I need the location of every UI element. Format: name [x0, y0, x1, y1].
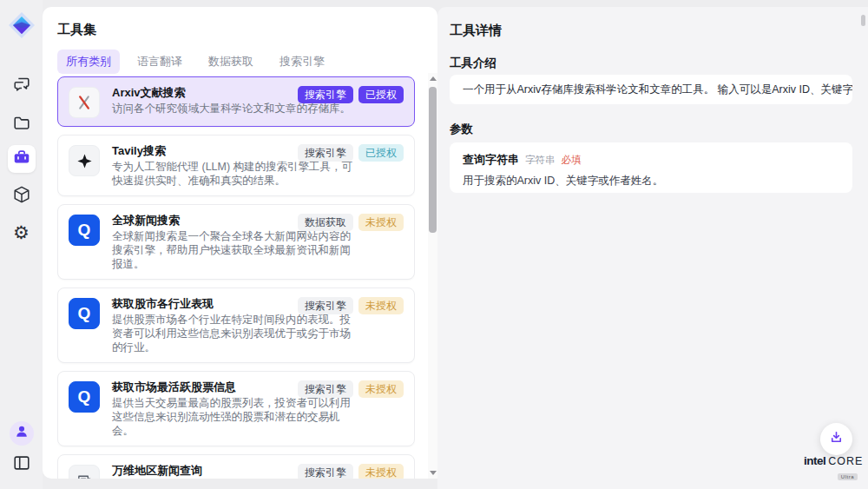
q-blue-icon: Q — [69, 298, 100, 329]
news-icon — [69, 465, 100, 479]
status-badge: 未授权 — [358, 380, 404, 398]
download-icon — [829, 430, 844, 448]
tool-description: 访问各个研究领域大量科学论文和文章的存储库。 — [112, 102, 351, 116]
tool-card[interactable]: Q全球新闻搜索全球新闻搜索是一个聚合全球各大新闻网站内容的搜索引擎，帮助用户快速… — [57, 204, 415, 280]
panel-toggle-icon[interactable] — [11, 453, 32, 473]
category-badge: 搜索引擎 — [298, 380, 353, 398]
tool-description: 提供当天交易量最高的股票列表，投资者可以利用这些信息来识别流动性强的股票和潜在的… — [112, 396, 355, 438]
intel-core-logo: intelCORE Ultra — [804, 453, 858, 481]
toolset-panel: 工具集 所有类别语言翻译数据获取搜索引擎 Arxiv文献搜索访问各个研究领域大量… — [43, 7, 437, 479]
cube-icon[interactable] — [11, 184, 32, 205]
intro-text: 一个用于从Arxiv存储库搜索科学论文和文章的工具。 输入可以是Arxiv ID… — [463, 83, 852, 97]
tool-details-panel: 工具详情 工具介绍 一个用于从Arxiv存储库搜索科学论文和文章的工具。 输入可… — [437, 7, 868, 489]
core-wordmark: CORE — [828, 455, 863, 467]
chat-icon[interactable] — [11, 74, 32, 95]
category-badge: 数据获取 — [298, 214, 353, 231]
tab-所有类别[interactable]: 所有类别 — [57, 50, 120, 74]
toolbox-icon — [12, 148, 31, 170]
tool-list: Arxiv文献搜索访问各个研究领域大量科学论文和文章的存储库。搜索引擎已授权Ta… — [57, 76, 415, 479]
param-card: 查询字符串 字符串 必填 用于搜索的Arxiv ID、关键字或作者姓名。 — [450, 142, 852, 193]
category-badge: 搜索引擎 — [298, 144, 353, 162]
tool-description: 提供股票市场各个行业在特定时间段内的表现。投资者可以利用这些信息来识别表现优于或… — [112, 313, 355, 354]
intel-wordmark: intel — [804, 454, 825, 467]
status-badge: 未授权 — [358, 297, 404, 314]
intro-box: 一个用于从Arxiv存储库搜索科学论文和文章的工具。 输入可以是Arxiv ID… — [450, 75, 852, 104]
toolset-title: 工具集 — [57, 22, 96, 38]
tavily-icon — [69, 145, 100, 176]
category-tabs: 所有类别语言翻译数据获取搜索引擎 — [57, 50, 333, 74]
param-name: 查询字符串 — [463, 152, 519, 168]
q-blue-icon: Q — [69, 381, 100, 413]
status-badge: 已授权 — [358, 144, 404, 162]
tab-语言翻译[interactable]: 语言翻译 — [128, 50, 191, 74]
q-blue-icon: Q — [69, 215, 100, 246]
tool-card[interactable]: 万维地区新闻查询查询具体行政区划内的新闻，快速了解各地新闻动搜索引擎未授权 — [57, 454, 415, 479]
tab-数据获取[interactable]: 数据获取 — [200, 50, 262, 74]
category-badge: 搜索引擎 — [298, 86, 353, 103]
scroll-up-arrow-icon[interactable] — [430, 76, 437, 81]
user-avatar-icon — [14, 424, 30, 443]
tool-card[interactable]: Arxiv文献搜索访问各个研究领域大量科学论文和文章的存储库。搜索引擎已授权 — [57, 76, 415, 127]
tool-card[interactable]: Q获取股市各行业表现提供股票市场各个行业在特定时间段内的表现。投资者可以利用这些… — [57, 287, 415, 363]
arxiv-icon — [69, 87, 100, 118]
category-badge: 搜索引擎 — [298, 464, 353, 479]
tab-搜索引擎[interactable]: 搜索引擎 — [271, 50, 333, 74]
tool-description: 专为人工智能代理 (LLM) 构建的搜索引擎工具，可快速提供实时、准确和真实的结… — [112, 160, 355, 188]
tool-card[interactable]: Q获取市场最活跃股票信息提供当天交易量最高的股票列表，投资者可以利用这些信息来识… — [57, 371, 415, 446]
category-badge: 搜索引擎 — [298, 297, 353, 314]
toolbox-nav-active[interactable] — [8, 145, 36, 173]
tool-description: 全球新闻搜索是一个聚合全球各大新闻网站内容的搜索引擎，帮助用户快速获取全球最新资… — [112, 229, 355, 271]
details-title: 工具详情 — [450, 23, 502, 39]
status-badge: 已授权 — [358, 86, 404, 103]
core-ultra-badge: Ultra — [838, 473, 858, 480]
settings-icon[interactable]: ⚙ — [11, 221, 32, 242]
scrollbar-thumb[interactable] — [429, 87, 437, 233]
download-button[interactable] — [820, 423, 852, 455]
status-badge: 未授权 — [358, 464, 404, 479]
params-heading: 参数 — [450, 122, 473, 137]
list-scrollbar[interactable] — [428, 73, 437, 479]
details-scrollbar[interactable] — [861, 15, 865, 26]
param-required-badge: 必填 — [562, 154, 582, 167]
param-description: 用于搜索的Arxiv ID、关键字或作者姓名。 — [463, 174, 839, 188]
intro-heading: 工具介绍 — [450, 56, 496, 71]
param-type: 字符串 — [525, 154, 556, 167]
tool-card[interactable]: Tavily搜索专为人工智能代理 (LLM) 构建的搜索引擎工具，可快速提供实时… — [57, 135, 415, 196]
status-badge: 未授权 — [358, 214, 404, 231]
user-avatar[interactable] — [10, 421, 34, 446]
app-logo — [8, 11, 36, 39]
folder-icon[interactable] — [11, 113, 32, 134]
icon-rail: ⚙ — [0, 0, 43, 489]
scroll-down-arrow-icon[interactable] — [430, 471, 437, 475]
